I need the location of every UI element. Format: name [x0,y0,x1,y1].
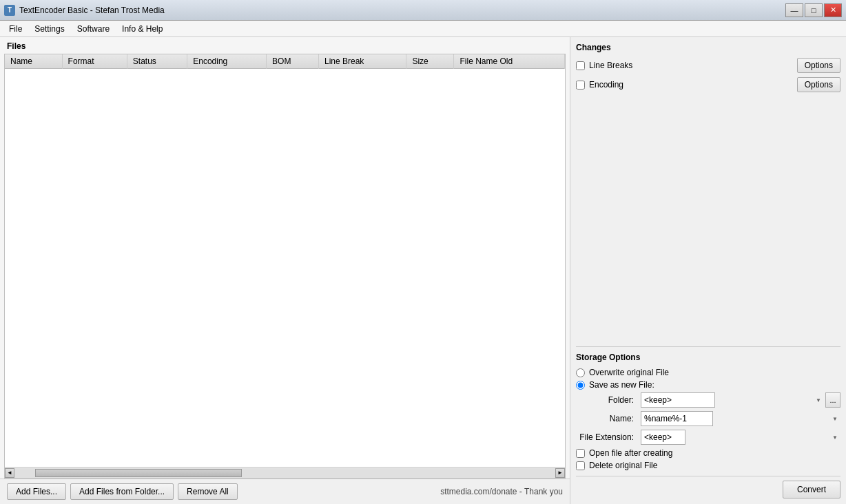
minimize-button[interactable]: — [785,3,803,17]
changes-section: Changes Line Breaks Options Encoding Opt… [576,43,840,346]
line-breaks-row: Line Breaks Options [576,58,840,73]
title-bar: T TextEncoder Basic - Stefan Trost Media… [0,0,846,21]
folder-select[interactable]: <keep><source folder>Custom... [641,392,715,408]
save-as-new-label: Save as new File: [589,380,654,390]
file-ext-select-wrapper: <keep>.txt.csv [641,430,840,445]
encoding-checkbox[interactable] [576,81,585,90]
folder-browse-button[interactable]: ... [825,392,840,408]
files-header: Files [0,37,570,54]
close-button[interactable]: ✕ [824,3,842,17]
overwrite-row: Overwrite original File [576,368,840,377]
save-as-new-radio[interactable] [576,381,585,390]
name-select[interactable]: %name%-1%name%%name%-copy [641,411,713,426]
encoding-label: Encoding [589,80,623,90]
scrollbar-track[interactable] [14,468,555,478]
menu-item-file[interactable]: File [3,22,28,36]
line-breaks-left: Line Breaks [576,61,632,70]
folder-select-container: <keep><source folder>Custom... ... [641,392,840,408]
title-bar-controls: — □ ✕ [785,3,842,17]
name-label: Name: [576,414,638,423]
col-size: Size [406,54,454,69]
horizontal-scrollbar[interactable]: ◄ ► [4,468,566,479]
title-bar-text: TextEncoder Basic - Stefan Trost Media [19,6,165,15]
remove-all-button[interactable]: Remove All [178,483,238,500]
menu-item-settings[interactable]: Settings [28,22,70,36]
open-file-checkbox[interactable] [576,449,585,458]
donate-text: sttmedia.com/donate - Thank you [440,487,563,496]
col-name: Name [5,54,62,69]
file-extension-container: <keep>.txt.csv [641,430,840,445]
left-panel: Files Name Format Status Encoding BOM Li… [0,37,570,504]
open-file-row: Open file after creating [576,448,840,458]
name-select-wrapper: %name%-1%name%%name%-copy [641,411,840,426]
changes-title: Changes [576,43,840,52]
maximize-button[interactable]: □ [805,3,823,17]
app-icon: T [4,5,15,16]
open-file-label: Open file after creating [589,448,672,458]
folder-row: Folder: <keep><source folder>Custom... .… [576,392,840,408]
name-row: Name: %name%-1%name%%name%-copy [576,411,840,426]
encoding-row: Encoding Options [576,77,840,92]
convert-section: Convert [576,476,840,498]
add-files-button[interactable]: Add Files... [7,483,66,500]
col-format: Format [62,54,127,69]
folder-select-wrapper: <keep><source folder>Custom... [641,392,824,408]
line-breaks-label: Line Breaks [589,61,632,70]
save-as-new-row: Save as new File: [576,380,840,390]
file-extension-row: File Extension: <keep>.txt.csv [576,430,840,445]
folder-label: Folder: [576,395,638,405]
bottom-buttons: Add Files... Add Files from Folder... Re… [7,483,238,500]
col-linebreak: Line Break [319,54,406,69]
encoding-options-button[interactable]: Options [797,77,840,92]
col-bom: BOM [267,54,319,69]
overwrite-label: Overwrite original File [589,368,669,377]
name-select-container: %name%-1%name%%name%-copy [641,411,840,426]
delete-original-checkbox[interactable] [576,461,585,470]
files-table-container: Name Format Status Encoding BOM Line Bre… [4,54,566,468]
storage-title: Storage Options [576,353,840,362]
main-container: Files Name Format Status Encoding BOM Li… [0,37,846,504]
delete-original-label: Delete original File [589,461,657,470]
scroll-right-button[interactable]: ► [555,468,565,478]
right-panel: Changes Line Breaks Options Encoding Opt… [570,37,846,504]
menu-item-info-help[interactable]: Info & Help [116,22,169,36]
scroll-left-button[interactable]: ◄ [5,468,14,478]
title-bar-left: T TextEncoder Basic - Stefan Trost Media [4,5,165,16]
bottom-bar: Add Files... Add Files from Folder... Re… [0,479,570,504]
menu-bar: File Settings Software Info & Help [0,21,846,37]
col-filename-old: File Name Old [454,54,565,69]
menu-item-software[interactable]: Software [71,22,116,36]
col-encoding: Encoding [187,54,267,69]
line-breaks-checkbox[interactable] [576,61,585,70]
file-extension-select[interactable]: <keep>.txt.csv [641,430,685,445]
scrollbar-thumb[interactable] [35,469,242,477]
overwrite-radio[interactable] [576,368,585,377]
file-extension-label: File Extension: [576,432,638,442]
encoding-left: Encoding [576,80,623,90]
convert-button[interactable]: Convert [783,481,840,498]
files-table: Name Format Status Encoding BOM Line Bre… [5,54,565,69]
add-files-folder-button[interactable]: Add Files from Folder... [70,483,174,500]
table-header-row: Name Format Status Encoding BOM Line Bre… [5,54,565,69]
col-status: Status [127,54,187,69]
line-breaks-options-button[interactable]: Options [797,58,840,73]
storage-section: Storage Options Overwrite original File … [576,346,840,473]
delete-original-row: Delete original File [576,461,840,470]
